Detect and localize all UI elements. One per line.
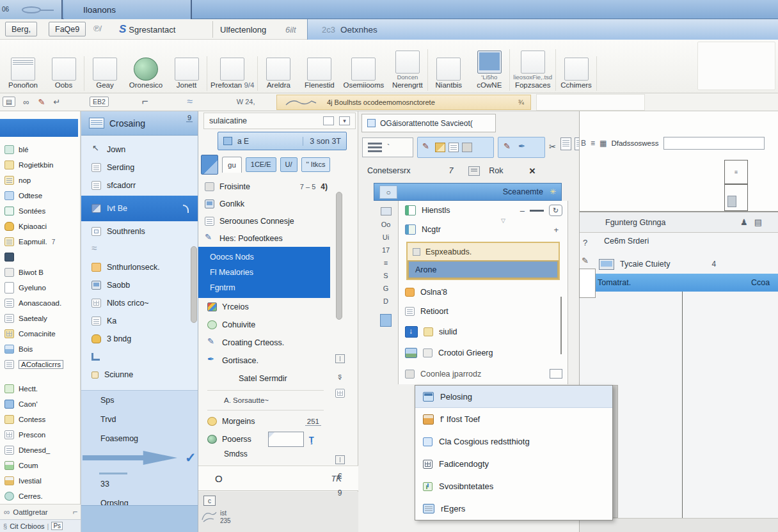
sidebar-item[interactable]: Ivestial: [0, 473, 81, 489]
rail-glyph[interactable]: 9: [338, 489, 342, 497]
pen-icon[interactable]: [422, 143, 432, 152]
crootoi-item[interactable]: Crootoi Grieerg: [399, 342, 568, 363]
page-preview-widget[interactable]: ≡: [724, 160, 748, 211]
menu-tab-ulfectenlong[interactable]: Ulfectenlong: [215, 22, 271, 37]
dropdown-menu-item[interactable]: f' Ifost Toef: [415, 408, 612, 430]
close-icon[interactable]: ✕: [529, 166, 536, 176]
sidebar-item[interactable]: Aonascaoad.: [0, 295, 81, 311]
menu-tab-berg[interactable]: Berg,: [5, 22, 37, 36]
tools-panel-header[interactable]: sulaicatine ▾: [203, 113, 356, 129]
edit-button-group[interactable]: [417, 137, 494, 158]
margins-value[interactable]: 251: [305, 418, 321, 426]
tab-gu[interactable]: gu: [222, 157, 242, 173]
sidebar-item[interactable]: Kpiaoaci: [0, 219, 81, 234]
ribbon-button[interactable]: Geay: [84, 56, 125, 91]
ribbon-button[interactable]: Cchimers: [556, 56, 597, 91]
refresh-button[interactable]: ↻: [549, 205, 562, 216]
sidebar-item[interactable]: Hectt.: [0, 381, 81, 396]
section-header-bar[interactable]: ○ Sceanemte ✳: [374, 183, 562, 201]
sidebar-footer[interactable]: ∞ Oattlgretar ⌐: [0, 504, 81, 519]
align-button-group[interactable]: `: [362, 137, 413, 157]
ribbon-button[interactable]: Ponoñon: [3, 56, 44, 91]
rail-glyph[interactable]: €: [338, 472, 342, 481]
ribbon-button[interactable]: lieosoxFie,.tsd Fopzsaces: [510, 49, 556, 91]
draw-button-group[interactable]: [498, 137, 545, 158]
settings-row-2[interactable]: Tycaie Ctuiety 4: [599, 254, 716, 274]
menu-tab-6ilt[interactable]: 6ilt: [280, 22, 301, 37]
sidebar-item[interactable]: Contess: [0, 412, 81, 427]
sidebar-item[interactable]: Bois: [0, 341, 81, 357]
minus-icon[interactable]: –: [520, 206, 525, 215]
rail-box-icon[interactable]: [335, 354, 345, 363]
lines-icon[interactable]: ≡: [591, 139, 595, 148]
ribbon-button[interactable]: Doncen Nerengrtt: [387, 49, 428, 91]
rail-grid-icon[interactable]: [335, 389, 345, 398]
rail-glyph[interactable]: ş: [338, 372, 342, 380]
tools-scrollbar[interactable]: [336, 192, 342, 320]
crosaing-list-item[interactable]: 3 bndg: [81, 330, 198, 348]
ribbon-button[interactable]: Areldra: [258, 56, 299, 91]
quill-icon[interactable]: [518, 143, 528, 152]
tab-chip-2[interactable]: U/: [280, 157, 298, 172]
clamp-icon[interactable]: ⌐: [141, 95, 150, 108]
ribbon-button[interactable]: Oronesico: [125, 56, 166, 91]
sidebar-status-bar[interactable]: § Cit Crbioos | Ps: [0, 519, 81, 532]
sidebar-selection-bar[interactable]: [0, 119, 78, 137]
smdss-item[interactable]: Smdss: [198, 449, 330, 459]
crosaing-list-item[interactable]: Sciunne: [81, 366, 198, 384]
tab-chip-1[interactable]: 1CE/E: [246, 157, 276, 172]
ribbon-button[interactable]: Osemiiooms: [340, 56, 387, 91]
menu-tab-sgrestantact[interactable]: S Sgrestantact: [114, 22, 180, 37]
sidebar-item[interactable]: nop: [0, 173, 81, 188]
scissors-icon[interactable]: ✂: [549, 142, 556, 152]
selected-settings-row[interactable]: Tomatrat. Ccoa: [580, 274, 778, 292]
dropdown-menu-item[interactable]: Svosibntetates: [415, 475, 612, 497]
printer-icon[interactable]: [468, 166, 480, 176]
siulid-item[interactable]: siulid: [399, 321, 568, 342]
number-item[interactable]: 33: [81, 474, 198, 494]
oslna-item[interactable]: Oslna'8: [399, 283, 568, 302]
crosaing-list-item[interactable]: Jown: [81, 141, 198, 159]
tools-toolbar[interactable]: a E 3 son 3T: [218, 132, 347, 150]
crosaing-list-item[interactable]: Serding: [81, 159, 198, 176]
sidebar-item[interactable]: Rogietkbin: [0, 157, 81, 173]
sidebar-item[interactable]: Caon': [0, 396, 81, 412]
crosaing-list-item[interactable]: Ivt Be: [81, 196, 198, 221]
eb-button[interactable]: EB2: [90, 97, 109, 107]
panel1-scrollbar[interactable]: [191, 246, 197, 323]
ribbon-button[interactable]: 'Li5ho cOwNE: [469, 49, 510, 91]
gray-doc-icon[interactable]: [462, 143, 472, 152]
folder-icon[interactable]: [201, 155, 218, 175]
crosaing-list-item[interactable]: [81, 240, 198, 258]
circle-button[interactable]: ○: [379, 185, 397, 199]
dropdown-menu-item[interactable]: Fadicendogty: [415, 453, 612, 475]
ribbon-button[interactable]: Niantbis: [428, 56, 469, 91]
group-selected-item[interactable]: Arone: [408, 260, 559, 279]
tools-list-item[interactable]: Gortisace.: [198, 352, 330, 370]
page-icon[interactable]: ▤: [3, 97, 15, 107]
page-icon[interactable]: ▤: [754, 217, 762, 227]
selected-group-item[interactable]: Ooocs Nods: [198, 249, 330, 265]
tools-list-item[interactable]: Froisinte 7 – 5 4): [198, 178, 330, 195]
checkbox[interactable]: [550, 369, 562, 379]
bar-icon[interactable]: [530, 210, 544, 212]
plus-icon[interactable]: +: [553, 225, 562, 235]
tools-list-item[interactable]: Yrceios: [198, 298, 330, 316]
sidebar-item[interactable]: Biwot B: [0, 265, 81, 280]
ribbon-button[interactable]: Flenestid: [299, 56, 340, 91]
ribbon-button[interactable]: Prefoxtan 9/4: [207, 56, 258, 91]
sorsautte-item[interactable]: A. Sorsautte~: [198, 393, 330, 407]
tools-list-item[interactable]: Hes: Poofeotkees: [198, 230, 330, 247]
folder-icon[interactable]: [435, 143, 445, 152]
sidebar-item[interactable]: Dtenesd_: [0, 442, 81, 458]
tab-chip-3[interactable]: '' Itkcs: [301, 157, 331, 172]
sidebar-item[interactable]: Eapmuil. 7: [0, 234, 81, 249]
grid-icon[interactable]: ▦: [599, 139, 607, 148]
tools-input[interactable]: [663, 137, 765, 150]
coonlea-item[interactable]: Coonlea jparrodz: [399, 363, 568, 384]
dropdown-menu-item[interactable]: rEgers: [415, 497, 612, 520]
retioort-item[interactable]: Retioort: [399, 302, 568, 321]
notification-bar[interactable]: 4j Boulhsts ocodeemomosnctorete ¾: [276, 95, 531, 110]
margins-item[interactable]: Morgeins 251: [198, 413, 330, 430]
sidebar-item[interactable]: Odtese: [0, 188, 81, 203]
